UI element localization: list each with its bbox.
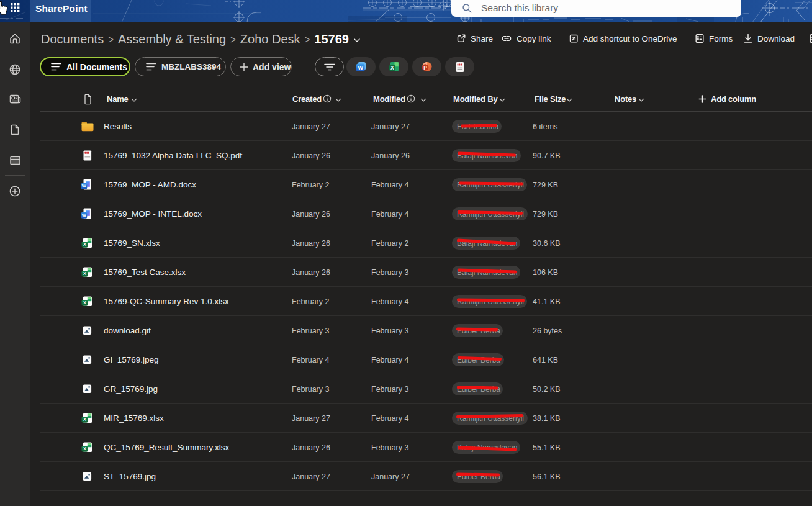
svg-text:W: W [358, 65, 363, 71]
svg-text:X: X [390, 65, 394, 71]
svg-text:P: P [423, 65, 427, 71]
